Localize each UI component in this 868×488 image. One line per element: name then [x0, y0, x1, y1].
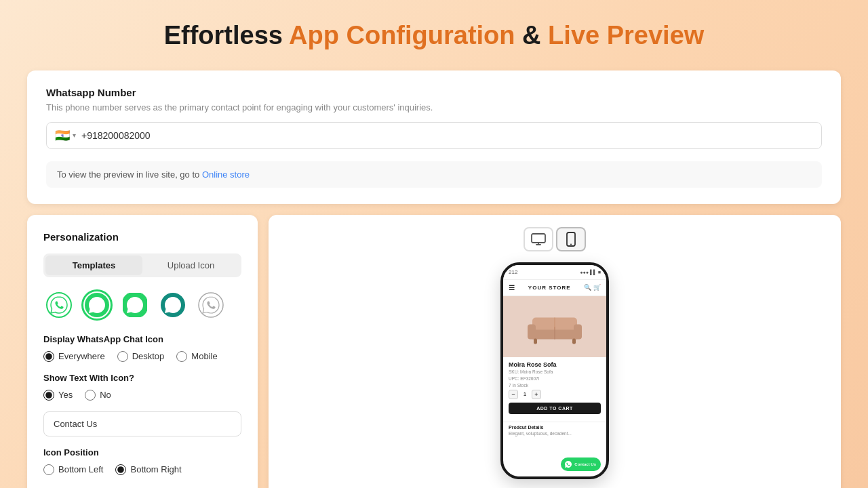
- radio-bottom-right[interactable]: Bottom Right: [115, 464, 181, 475]
- title-live-preview: Live Preview: [548, 21, 704, 49]
- svg-rect-10: [528, 324, 536, 339]
- display-field-label: Display WhatsApp Chat Icon: [43, 334, 241, 344]
- tab-upload-icon[interactable]: Upload Icon: [142, 256, 239, 275]
- store-header: ☰ YOUR STORE 🔍 🛒: [503, 280, 606, 296]
- tab-templates[interactable]: Templates: [45, 256, 142, 275]
- show-text-radio-group: Yes No: [43, 390, 241, 401]
- contact-text-input[interactable]: [43, 411, 241, 436]
- device-toggle: [524, 227, 586, 251]
- radio-yes[interactable]: Yes: [43, 390, 73, 401]
- phone-row: 🇮🇳 ▾: [46, 122, 822, 149]
- flag-emoji: 🇮🇳: [55, 128, 70, 143]
- radio-mobile[interactable]: Mobile: [176, 351, 217, 362]
- title-and: &: [522, 21, 548, 49]
- svg-rect-11: [574, 324, 582, 339]
- radio-bottom-left[interactable]: Bottom Left: [43, 464, 103, 475]
- qty-row: − 1 +: [509, 390, 601, 399]
- tab-row: Templates Upload Icon: [43, 253, 241, 277]
- phone-mockup: 212 ●●● ▌▌ ■ ☰ YOUR STORE 🔍 🛒: [500, 262, 609, 479]
- device-desktop-btn[interactable]: [524, 227, 553, 251]
- preview-card: 212 ●●● ▌▌ ■ ☰ YOUR STORE 🔍 🛒: [269, 215, 841, 488]
- position-radio-group: Bottom Left Bottom Right: [43, 464, 241, 475]
- phone-input[interactable]: [81, 130, 813, 141]
- radio-desktop[interactable]: Desktop: [117, 351, 165, 362]
- svg-rect-5: [532, 234, 545, 243]
- wa-icon-option-2[interactable]: [81, 289, 113, 321]
- wa-float-button[interactable]: Contact Us: [561, 458, 601, 471]
- country-flag-button[interactable]: 🇮🇳 ▾: [55, 128, 76, 143]
- whatsapp-section-title: Whatsapp Number: [46, 87, 822, 98]
- personalization-title: Personalization: [43, 231, 241, 243]
- title-effortless: Effortless: [164, 21, 289, 49]
- svg-rect-12: [534, 338, 537, 344]
- add-to-cart-btn[interactable]: ADD TO CART: [509, 403, 601, 414]
- online-store-link[interactable]: Online store: [202, 169, 250, 180]
- position-label: Icon Position: [43, 447, 241, 458]
- preview-note: To view the preview in live site, go to …: [46, 161, 822, 188]
- whatsapp-section-desc: This phone number serves as the primary …: [46, 102, 822, 113]
- phone-status-bar: 212 ●●● ▌▌ ■: [503, 265, 606, 280]
- wa-icon-option-4[interactable]: [157, 289, 189, 321]
- personalization-card: Personalization Templates Upload Icon: [27, 215, 258, 488]
- show-text-label: Show Text With Icon?: [43, 373, 241, 383]
- title-app-config: App Configuration: [289, 21, 515, 49]
- qty-minus[interactable]: −: [509, 390, 518, 399]
- chevron-down-icon: ▾: [73, 131, 76, 139]
- product-details-section: Prodcut Details Elegant, voluptuous, dec…: [503, 422, 606, 439]
- svg-point-7: [570, 243, 572, 245]
- bottom-row: Personalization Templates Upload Icon: [27, 215, 841, 488]
- page-title: Effortless App Configuration & Live Prev…: [27, 20, 841, 52]
- whatsapp-number-card: Whatsapp Number This phone number serves…: [27, 70, 841, 204]
- wa-icon-option-1[interactable]: [43, 289, 75, 321]
- display-radio-group: Everywhere Desktop Mobile: [43, 351, 241, 362]
- svg-rect-13: [572, 338, 576, 344]
- wa-icon-option-3[interactable]: [119, 289, 151, 321]
- device-mobile-btn[interactable]: [556, 227, 586, 251]
- wa-icon-option-5[interactable]: [195, 289, 226, 321]
- product-image-area: [503, 296, 606, 357]
- radio-everywhere[interactable]: Everywhere: [43, 351, 105, 362]
- product-info: Moira Rose Sofa SKU: Moira Rose Sofa UPC…: [503, 357, 606, 422]
- qty-plus[interactable]: +: [532, 390, 541, 399]
- icon-grid: [43, 289, 241, 321]
- radio-no[interactable]: No: [85, 390, 111, 401]
